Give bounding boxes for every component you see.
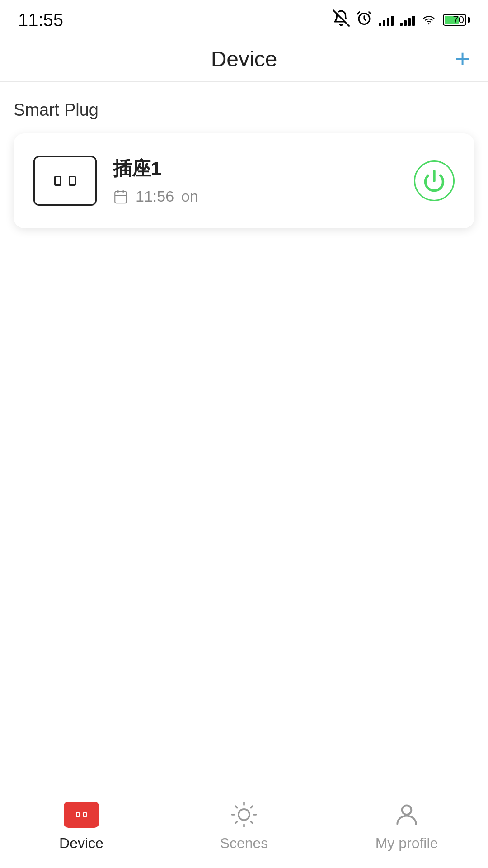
nav-scenes-label: Scenes [220, 835, 268, 852]
svg-point-13 [239, 809, 249, 820]
nav-profile-label: My profile [375, 835, 438, 852]
nav-tab-profile[interactable]: My profile [361, 799, 452, 852]
profile-person-icon [393, 801, 421, 829]
svg-rect-3 [115, 191, 127, 203]
status-icons: 70 [333, 9, 470, 30]
nav-tab-device[interactable]: Device [36, 799, 127, 852]
nav-plug-holes [76, 812, 87, 817]
status-bar: 11:55 [0, 0, 488, 36]
nav-plug-hole-left [76, 812, 80, 817]
device-status-text: on [181, 188, 198, 205]
svg-line-0 [333, 10, 349, 26]
page-header: Device + [0, 36, 488, 81]
device-schedule-time: 11:56 [136, 188, 174, 205]
signal-bars-2 [400, 14, 415, 26]
nav-device-icon [64, 802, 99, 828]
svg-line-16 [235, 806, 237, 807]
nav-scenes-icon-wrap [224, 799, 264, 830]
wifi-icon [421, 14, 436, 26]
scenes-sun-icon [231, 802, 257, 828]
nav-plug-hole-right [83, 812, 87, 817]
signal-bars-1 [379, 14, 394, 26]
device-name: 插座1 [113, 156, 398, 181]
battery-icon: 70 [443, 14, 470, 26]
device-plug-image [33, 156, 97, 206]
plug-hole-left [54, 176, 61, 186]
device-info: 插座1 11:56 on [113, 156, 398, 205]
device-card[interactable]: 插座1 11:56 on [14, 133, 474, 228]
device-power-button[interactable] [414, 160, 455, 201]
add-device-button[interactable]: + [455, 46, 470, 71]
nav-device-icon-wrap [61, 799, 102, 830]
device-status-row: 11:56 on [113, 188, 398, 205]
alarm-off-icon [333, 9, 350, 30]
plug-hole-right [69, 176, 76, 186]
svg-line-21 [251, 806, 252, 807]
plug-holes-icon [54, 176, 76, 186]
alarm-clock-icon [356, 10, 372, 30]
bottom-nav: Device Scenes My profile [0, 787, 488, 868]
page-title: Device [211, 47, 277, 71]
section-title-smart-plug: Smart Plug [14, 100, 474, 120]
svg-line-17 [251, 821, 252, 823]
schedule-icon [113, 189, 128, 204]
nav-device-label: Device [59, 835, 103, 852]
main-content: Smart Plug 插座1 [0, 82, 488, 246]
svg-line-20 [235, 821, 237, 823]
nav-tab-scenes[interactable]: Scenes [199, 799, 289, 852]
svg-point-22 [402, 805, 412, 815]
nav-profile-icon-wrap [386, 799, 427, 830]
status-time: 11:55 [18, 10, 63, 30]
